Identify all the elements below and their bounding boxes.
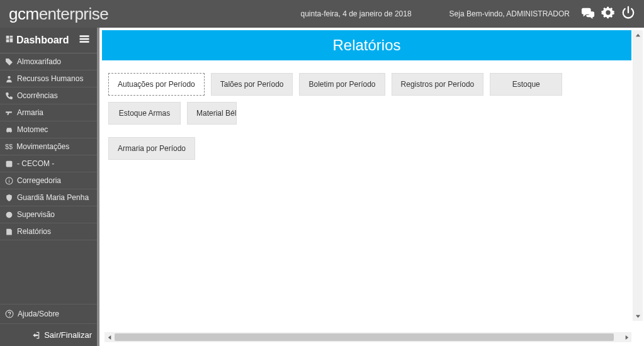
tab-label: Material Bél <box>196 109 236 118</box>
sidebar-item-label: Corregedoria <box>17 176 61 185</box>
sidebar-item-ocorrencias[interactable]: Ocorrências <box>0 87 97 104</box>
sidebar-item-label: Movimentações <box>16 142 69 151</box>
tab-label: Autuações por Período <box>118 80 195 89</box>
svg-point-4 <box>6 310 13 318</box>
power-icon[interactable] <box>621 6 635 22</box>
svg-rect-1 <box>6 160 13 167</box>
tab-estoque[interactable]: Estoque <box>490 73 562 96</box>
tab-material-belico[interactable]: Material Bél <box>187 102 237 125</box>
sidebar-item-almoxarifado[interactable]: Almoxarifado <box>0 53 97 70</box>
sidebar-item-motomec[interactable]: Motomec <box>0 121 97 138</box>
tab-label: Talões por Período <box>220 80 284 89</box>
header-date: quinta-feira, 4 de janeiro de 2018 <box>300 9 411 18</box>
info-icon <box>5 177 13 185</box>
sidebar-item-label: Motomec <box>17 125 48 134</box>
svg-point-3 <box>6 211 13 218</box>
scroll-right-arrow[interactable] <box>621 332 631 342</box>
hamburger-icon[interactable] <box>78 33 91 48</box>
sidebar-item-label: - CECOM - <box>17 159 54 168</box>
vertical-scrollbar[interactable] <box>633 30 643 321</box>
sidebar-footer: Ajuda/Sobre Sair/Finalizar <box>0 304 97 346</box>
tab-label: Boletim por Período <box>308 80 375 89</box>
sidebar-item-supervisao[interactable]: Supervisão <box>0 206 97 223</box>
help-label: Ajuda/Sobre <box>18 310 59 318</box>
sidebar-item-label: Almoxarifado <box>17 57 61 66</box>
hscroll-thumb[interactable] <box>115 333 614 341</box>
sidebar-menu: Almoxarifado Recursos Humanos Ocorrência… <box>0 53 97 304</box>
tag-icon <box>5 58 13 66</box>
car-icon <box>5 126 13 134</box>
person-icon <box>5 75 13 83</box>
scroll-down-arrow[interactable] <box>633 311 643 321</box>
phone-icon <box>5 92 13 100</box>
svg-point-0 <box>8 75 10 78</box>
sidebar-item-label: Armaria <box>17 108 43 117</box>
sidebar-header: Dashboard <box>0 28 97 53</box>
page-title: Relatórios <box>102 30 631 60</box>
help-icon <box>5 310 14 318</box>
vscroll-track[interactable] <box>633 40 643 311</box>
logout-link[interactable]: Sair/Finalizar <box>0 324 97 346</box>
sidebar-item-label: Relatórios <box>17 227 51 236</box>
shield-icon <box>5 194 13 202</box>
tab-label: Armaria por Período <box>118 144 186 153</box>
sidebar: Dashboard Almoxarifado Recursos Humanos … <box>0 28 99 346</box>
logout-icon <box>31 331 40 340</box>
report-tabs-row1: Autuações por Período Talões por Período… <box>108 73 625 125</box>
header-actions <box>581 6 635 22</box>
header-welcome: Seja Bem-vindo, ADMINISTRADOR <box>449 9 570 18</box>
scroll-up-arrow[interactable] <box>633 30 643 40</box>
gun-icon <box>5 109 13 117</box>
tab-label: Estoque Armas <box>119 109 170 118</box>
logout-label: Sair/Finalizar <box>44 330 92 340</box>
sidebar-item-label: Guardiã Maria Penha <box>17 193 89 202</box>
hscroll-track[interactable] <box>115 332 621 342</box>
gear-icon[interactable] <box>601 6 615 22</box>
sidebar-title: Dashboard <box>16 35 69 46</box>
report-tabs-row2: Armaria por Período <box>108 137 625 160</box>
dollar-icon: $$ <box>5 143 13 150</box>
scroll-left-arrow[interactable] <box>105 332 115 342</box>
dispatch-icon <box>5 160 13 168</box>
sidebar-item-corregedoria[interactable]: Corregedoria <box>0 172 97 189</box>
top-header: gcmenterprise quinta-feira, 4 de janeiro… <box>0 0 644 28</box>
horizontal-scrollbar[interactable] <box>105 332 631 342</box>
chat-icon[interactable] <box>581 6 595 22</box>
dashboard-icon <box>5 35 14 46</box>
sidebar-item-relatorios[interactable]: Relatórios <box>0 223 97 240</box>
sidebar-item-label: Supervisão <box>17 210 55 219</box>
logo-suffix: enterprise <box>39 4 109 24</box>
sidebar-item-armaria[interactable]: Armaria <box>0 104 97 121</box>
main-area: Relatórios Autuações por Período Talões … <box>99 28 644 346</box>
tab-taloes-periodo[interactable]: Talões por Período <box>211 73 293 96</box>
tab-autuacoes-periodo[interactable]: Autuações por Período <box>108 73 205 96</box>
sidebar-item-guardia[interactable]: Guardiã Maria Penha <box>0 189 97 206</box>
badge-icon <box>5 211 13 219</box>
tab-estoque-armas[interactable]: Estoque Armas <box>108 102 181 125</box>
sidebar-item-label: Recursos Humanos <box>17 74 83 83</box>
sidebar-item-movimentacoes[interactable]: $$Movimentações <box>0 138 97 155</box>
tab-label: Estoque <box>512 80 540 89</box>
tab-registros-periodo[interactable]: Registros por Período <box>392 73 484 96</box>
tab-armaria-periodo[interactable]: Armaria por Período <box>108 137 195 160</box>
help-about-link[interactable]: Ajuda/Sobre <box>0 304 97 324</box>
report-icon <box>5 228 13 236</box>
sidebar-item-recursos-humanos[interactable]: Recursos Humanos <box>0 70 97 87</box>
app-logo: gcmenterprise <box>9 4 108 24</box>
sidebar-item-label: Ocorrências <box>17 91 58 100</box>
tab-label: Registros por Período <box>401 80 475 89</box>
sidebar-item-cecom[interactable]: - CECOM - <box>0 155 97 172</box>
tab-boletim-periodo[interactable]: Boletim por Período <box>299 73 385 96</box>
logo-prefix: gcm <box>9 4 39 24</box>
